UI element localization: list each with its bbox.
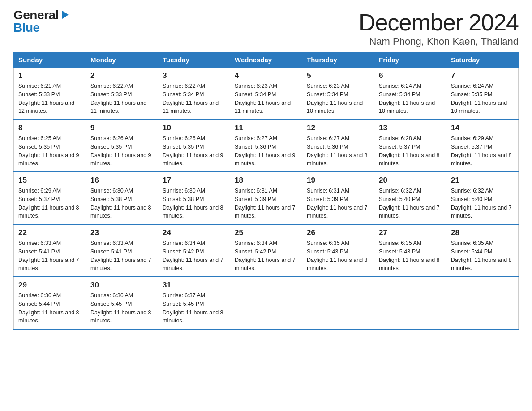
day-number: 6 (379, 71, 442, 80)
day-info: Sunrise: 6:21 AMSunset: 5:33 PMDaylight:… (18, 83, 74, 114)
calendar-cell: 6 Sunrise: 6:24 AMSunset: 5:34 PMDayligh… (374, 68, 446, 120)
calendar-cell: 23 Sunrise: 6:33 AMSunset: 5:41 PMDaylig… (86, 224, 158, 277)
day-info: Sunrise: 6:30 AMSunset: 5:38 PMDaylight:… (163, 188, 223, 219)
calendar-cell: 3 Sunrise: 6:22 AMSunset: 5:34 PMDayligh… (158, 68, 230, 120)
calendar-cell: 14 Sunrise: 6:29 AMSunset: 5:37 PMDaylig… (446, 120, 519, 172)
logo: General Blue (13, 9, 69, 34)
day-info: Sunrise: 6:22 AMSunset: 5:34 PMDaylight:… (163, 83, 219, 114)
calendar-cell: 7 Sunrise: 6:24 AMSunset: 5:35 PMDayligh… (446, 68, 519, 120)
day-number: 14 (451, 124, 514, 133)
day-number: 30 (90, 281, 153, 290)
calendar-cell: 10 Sunrise: 6:26 AMSunset: 5:35 PMDaylig… (158, 120, 230, 172)
day-number: 8 (18, 124, 81, 133)
day-info: Sunrise: 6:30 AMSunset: 5:38 PMDaylight:… (90, 188, 151, 219)
calendar-cell: 20 Sunrise: 6:32 AMSunset: 5:40 PMDaylig… (374, 172, 446, 224)
calendar-cell: 30 Sunrise: 6:36 AMSunset: 5:45 PMDaylig… (86, 277, 158, 329)
day-info: Sunrise: 6:36 AMSunset: 5:45 PMDaylight:… (90, 292, 151, 324)
calendar-cell: 4 Sunrise: 6:23 AMSunset: 5:34 PMDayligh… (230, 68, 302, 120)
day-number: 2 (90, 71, 153, 80)
day-info: Sunrise: 6:22 AMSunset: 5:33 PMDaylight:… (90, 83, 146, 114)
calendar-cell: 29 Sunrise: 6:36 AMSunset: 5:44 PMDaylig… (14, 277, 86, 329)
logo-general: General (13, 9, 59, 21)
day-info: Sunrise: 6:27 AMSunset: 5:36 PMDaylight:… (307, 135, 368, 167)
calendar-cell: 22 Sunrise: 6:33 AMSunset: 5:41 PMDaylig… (14, 224, 86, 277)
calendar-cell (302, 277, 374, 329)
day-number: 28 (451, 228, 514, 237)
calendar-cell: 12 Sunrise: 6:27 AMSunset: 5:36 PMDaylig… (302, 120, 374, 172)
calendar-cell: 1 Sunrise: 6:21 AMSunset: 5:33 PMDayligh… (14, 68, 86, 120)
day-info: Sunrise: 6:32 AMSunset: 5:40 PMDaylight:… (451, 188, 512, 219)
calendar-cell: 28 Sunrise: 6:35 AMSunset: 5:44 PMDaylig… (446, 224, 519, 277)
day-info: Sunrise: 6:25 AMSunset: 5:35 PMDaylight:… (18, 135, 79, 167)
day-number: 10 (163, 124, 225, 133)
calendar-cell: 27 Sunrise: 6:35 AMSunset: 5:43 PMDaylig… (374, 224, 446, 277)
day-number: 16 (90, 176, 153, 185)
calendar-header-monday: Monday (86, 52, 158, 68)
day-info: Sunrise: 6:32 AMSunset: 5:40 PMDaylight:… (379, 188, 440, 219)
calendar-cell: 15 Sunrise: 6:29 AMSunset: 5:37 PMDaylig… (14, 172, 86, 224)
day-number: 24 (163, 228, 225, 237)
logo-blue: Blue (13, 21, 40, 34)
day-number: 13 (379, 124, 442, 133)
day-number: 7 (451, 71, 514, 80)
day-number: 12 (307, 124, 369, 133)
calendar-cell: 5 Sunrise: 6:23 AMSunset: 5:34 PMDayligh… (302, 68, 374, 120)
calendar-header-sunday: Sunday (14, 52, 86, 68)
calendar-header-wednesday: Wednesday (230, 52, 302, 68)
day-info: Sunrise: 6:29 AMSunset: 5:37 PMDaylight:… (451, 135, 512, 167)
day-info: Sunrise: 6:35 AMSunset: 5:44 PMDaylight:… (451, 240, 512, 271)
page-header: General Blue December 2024 Nam Phong, Kh… (13, 9, 519, 47)
calendar-week-row: 1 Sunrise: 6:21 AMSunset: 5:33 PMDayligh… (14, 68, 519, 120)
day-info: Sunrise: 6:34 AMSunset: 5:42 PMDaylight:… (235, 240, 296, 271)
day-number: 26 (307, 228, 369, 237)
day-info: Sunrise: 6:31 AMSunset: 5:39 PMDaylight:… (235, 188, 296, 219)
calendar-header-saturday: Saturday (446, 52, 519, 68)
calendar-week-row: 29 Sunrise: 6:36 AMSunset: 5:44 PMDaylig… (14, 277, 519, 329)
day-number: 9 (90, 124, 153, 133)
day-number: 4 (235, 71, 297, 80)
calendar-cell: 25 Sunrise: 6:34 AMSunset: 5:42 PMDaylig… (230, 224, 302, 277)
day-number: 27 (379, 228, 442, 237)
calendar-cell (374, 277, 446, 329)
day-number: 15 (18, 176, 81, 185)
day-number: 23 (90, 228, 153, 237)
day-info: Sunrise: 6:34 AMSunset: 5:42 PMDaylight:… (163, 240, 223, 271)
day-info: Sunrise: 6:35 AMSunset: 5:43 PMDaylight:… (307, 240, 368, 271)
calendar-week-row: 22 Sunrise: 6:33 AMSunset: 5:41 PMDaylig… (14, 224, 519, 277)
calendar-cell: 16 Sunrise: 6:30 AMSunset: 5:38 PMDaylig… (86, 172, 158, 224)
calendar-header-friday: Friday (374, 52, 446, 68)
calendar-cell: 11 Sunrise: 6:27 AMSunset: 5:36 PMDaylig… (230, 120, 302, 172)
day-info: Sunrise: 6:37 AMSunset: 5:45 PMDaylight:… (163, 292, 223, 324)
logo-triangle-icon (60, 10, 69, 20)
title-block: December 2024 Nam Phong, Khon Kaen, Thai… (359, 9, 519, 47)
day-number: 20 (379, 176, 442, 185)
page-title: December 2024 (359, 9, 519, 36)
calendar-week-row: 15 Sunrise: 6:29 AMSunset: 5:37 PMDaylig… (14, 172, 519, 224)
calendar-cell: 31 Sunrise: 6:37 AMSunset: 5:45 PMDaylig… (158, 277, 230, 329)
location-subtitle: Nam Phong, Khon Kaen, Thailand (359, 36, 519, 47)
day-info: Sunrise: 6:24 AMSunset: 5:35 PMDaylight:… (451, 83, 507, 114)
calendar-cell: 18 Sunrise: 6:31 AMSunset: 5:39 PMDaylig… (230, 172, 302, 224)
calendar-header-thursday: Thursday (302, 52, 374, 68)
day-info: Sunrise: 6:36 AMSunset: 5:44 PMDaylight:… (18, 292, 79, 324)
svg-marker-0 (62, 11, 69, 19)
day-info: Sunrise: 6:24 AMSunset: 5:34 PMDaylight:… (379, 83, 435, 114)
day-number: 17 (163, 176, 225, 185)
calendar-cell: 13 Sunrise: 6:28 AMSunset: 5:37 PMDaylig… (374, 120, 446, 172)
calendar-cell (446, 277, 519, 329)
day-number: 11 (235, 124, 297, 133)
calendar-header-tuesday: Tuesday (158, 52, 230, 68)
day-number: 19 (307, 176, 369, 185)
day-info: Sunrise: 6:26 AMSunset: 5:35 PMDaylight:… (163, 135, 223, 167)
day-info: Sunrise: 6:31 AMSunset: 5:39 PMDaylight:… (307, 188, 368, 219)
calendar-table: SundayMondayTuesdayWednesdayThursdayFrid… (13, 52, 519, 330)
day-number: 3 (163, 71, 225, 80)
calendar-cell: 24 Sunrise: 6:34 AMSunset: 5:42 PMDaylig… (158, 224, 230, 277)
day-number: 1 (18, 71, 81, 80)
day-info: Sunrise: 6:28 AMSunset: 5:37 PMDaylight:… (379, 135, 440, 167)
day-info: Sunrise: 6:23 AMSunset: 5:34 PMDaylight:… (235, 83, 291, 114)
day-number: 25 (235, 228, 297, 237)
day-number: 31 (163, 281, 225, 290)
calendar-cell (230, 277, 302, 329)
calendar-header-row: SundayMondayTuesdayWednesdayThursdayFrid… (14, 52, 519, 68)
